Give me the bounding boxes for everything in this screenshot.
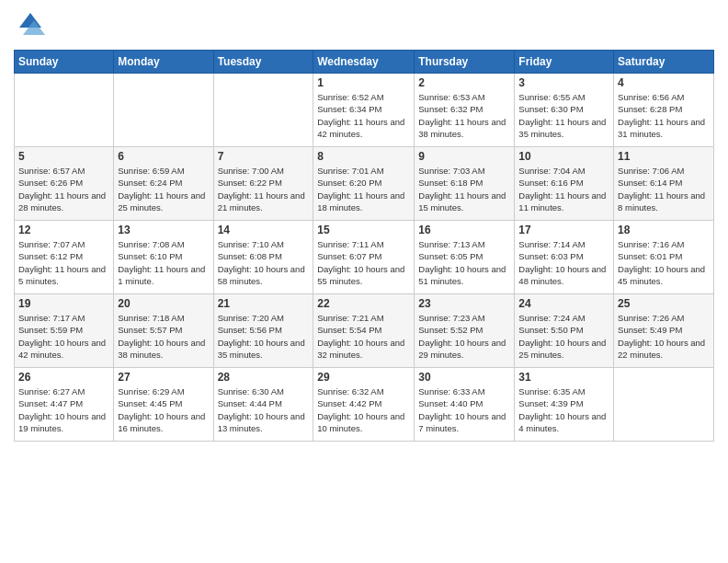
day-number: 8 [317, 150, 410, 163]
day-info: Sunrise: 6:52 AM Sunset: 6:34 PM Dayligh… [317, 91, 410, 140]
day-number: 28 [218, 371, 310, 384]
day-number: 22 [317, 297, 410, 310]
calendar-cell: 16Sunrise: 7:13 AM Sunset: 6:05 PM Dayli… [415, 221, 515, 294]
calendar-cell: 14Sunrise: 7:10 AM Sunset: 6:08 PM Dayli… [213, 221, 313, 294]
day-info: Sunrise: 6:27 AM Sunset: 4:47 PM Dayligh… [18, 385, 109, 434]
day-number: 7 [218, 150, 310, 163]
day-number: 4 [618, 76, 710, 89]
calendar-cell: 7Sunrise: 7:00 AM Sunset: 6:22 PM Daylig… [213, 147, 313, 221]
day-number: 24 [518, 297, 609, 310]
day-number: 6 [118, 150, 209, 163]
calendar-cell: 15Sunrise: 7:11 AM Sunset: 6:07 PM Dayli… [313, 221, 415, 294]
day-number: 21 [218, 297, 310, 310]
calendar-cell: 21Sunrise: 7:20 AM Sunset: 5:56 PM Dayli… [213, 294, 313, 368]
col-friday: Friday [515, 51, 614, 74]
day-info: Sunrise: 7:18 AM Sunset: 5:57 PM Dayligh… [118, 312, 209, 361]
day-info: Sunrise: 6:29 AM Sunset: 4:45 PM Dayligh… [118, 385, 209, 434]
day-info: Sunrise: 6:35 AM Sunset: 4:39 PM Dayligh… [518, 385, 609, 434]
calendar-cell: 19Sunrise: 7:17 AM Sunset: 5:59 PM Dayli… [15, 294, 114, 368]
day-info: Sunrise: 7:08 AM Sunset: 6:10 PM Dayligh… [118, 238, 209, 287]
day-number: 5 [18, 150, 109, 163]
col-monday: Monday [114, 51, 213, 74]
col-saturday: Saturday [614, 51, 714, 74]
calendar-cell: 5Sunrise: 6:57 AM Sunset: 6:26 PM Daylig… [15, 147, 114, 221]
calendar-cell: 20Sunrise: 7:18 AM Sunset: 5:57 PM Dayli… [114, 294, 213, 368]
calendar-cell: 6Sunrise: 6:59 AM Sunset: 6:24 PM Daylig… [114, 147, 213, 221]
day-info: Sunrise: 6:55 AM Sunset: 6:30 PM Dayligh… [518, 91, 609, 140]
day-info: Sunrise: 7:11 AM Sunset: 6:07 PM Dayligh… [317, 238, 410, 287]
calendar-cell: 30Sunrise: 6:33 AM Sunset: 4:40 PM Dayli… [415, 368, 515, 442]
day-info: Sunrise: 7:14 AM Sunset: 6:03 PM Dayligh… [518, 238, 609, 287]
calendar-cell: 8Sunrise: 7:01 AM Sunset: 6:20 PM Daylig… [313, 147, 415, 221]
col-sunday: Sunday [15, 51, 114, 74]
day-info: Sunrise: 7:00 AM Sunset: 6:22 PM Dayligh… [218, 165, 310, 213]
day-number: 20 [118, 297, 209, 310]
day-number: 26 [18, 371, 109, 384]
day-number: 1 [317, 76, 410, 89]
day-number: 16 [418, 224, 510, 236]
day-info: Sunrise: 6:32 AM Sunset: 4:42 PM Dayligh… [317, 385, 410, 434]
day-info: Sunrise: 7:10 AM Sunset: 6:08 PM Dayligh… [218, 238, 310, 287]
calendar-table: Sunday Monday Tuesday Wednesday Thursday… [14, 50, 714, 442]
day-info: Sunrise: 7:06 AM Sunset: 6:14 PM Dayligh… [618, 165, 710, 213]
day-info: Sunrise: 6:53 AM Sunset: 6:32 PM Dayligh… [418, 91, 510, 140]
day-info: Sunrise: 6:59 AM Sunset: 6:24 PM Dayligh… [118, 165, 209, 213]
day-info: Sunrise: 7:13 AM Sunset: 6:05 PM Dayligh… [418, 238, 510, 287]
day-number: 23 [418, 297, 510, 310]
day-info: Sunrise: 7:20 AM Sunset: 5:56 PM Dayligh… [218, 312, 310, 361]
calendar-cell [15, 74, 114, 147]
day-info: Sunrise: 6:30 AM Sunset: 4:44 PM Dayligh… [218, 385, 310, 434]
calendar-cell: 17Sunrise: 7:14 AM Sunset: 6:03 PM Dayli… [515, 221, 614, 294]
calendar-cell: 27Sunrise: 6:29 AM Sunset: 4:45 PM Dayli… [114, 368, 213, 442]
day-number: 27 [118, 371, 209, 384]
calendar-cell [213, 74, 313, 147]
day-info: Sunrise: 6:33 AM Sunset: 4:40 PM Dayligh… [418, 385, 510, 434]
calendar-cell: 3Sunrise: 6:55 AM Sunset: 6:30 PM Daylig… [515, 74, 614, 147]
day-number: 14 [218, 224, 310, 236]
day-number: 31 [518, 371, 609, 384]
day-info: Sunrise: 7:16 AM Sunset: 6:01 PM Dayligh… [618, 238, 710, 287]
col-wednesday: Wednesday [313, 51, 415, 74]
day-info: Sunrise: 7:26 AM Sunset: 5:49 PM Dayligh… [618, 312, 710, 361]
header-row: Sunday Monday Tuesday Wednesday Thursday… [15, 51, 714, 74]
header [14, 9, 714, 42]
calendar-cell: 29Sunrise: 6:32 AM Sunset: 4:42 PM Dayli… [313, 368, 415, 442]
calendar-cell: 18Sunrise: 7:16 AM Sunset: 6:01 PM Dayli… [614, 221, 714, 294]
week-row: 5Sunrise: 6:57 AM Sunset: 6:26 PM Daylig… [15, 147, 714, 221]
calendar-cell: 2Sunrise: 6:53 AM Sunset: 6:32 PM Daylig… [415, 74, 515, 147]
day-info: Sunrise: 7:04 AM Sunset: 6:16 PM Dayligh… [518, 165, 609, 213]
calendar-cell: 13Sunrise: 7:08 AM Sunset: 6:10 PM Dayli… [114, 221, 213, 294]
day-number: 12 [18, 224, 109, 236]
day-info: Sunrise: 6:56 AM Sunset: 6:28 PM Dayligh… [618, 91, 710, 140]
day-number: 25 [618, 297, 710, 310]
calendar-cell: 12Sunrise: 7:07 AM Sunset: 6:12 PM Dayli… [15, 221, 114, 294]
col-tuesday: Tuesday [213, 51, 313, 74]
calendar-cell [614, 368, 714, 442]
day-number: 13 [118, 224, 209, 236]
day-number: 30 [418, 371, 510, 384]
calendar-cell: 1Sunrise: 6:52 AM Sunset: 6:34 PM Daylig… [313, 74, 415, 147]
week-row: 12Sunrise: 7:07 AM Sunset: 6:12 PM Dayli… [15, 221, 714, 294]
day-info: Sunrise: 7:03 AM Sunset: 6:18 PM Dayligh… [418, 165, 510, 213]
day-info: Sunrise: 7:07 AM Sunset: 6:12 PM Dayligh… [18, 238, 109, 287]
day-info: Sunrise: 7:24 AM Sunset: 5:50 PM Dayligh… [518, 312, 609, 361]
day-number: 17 [518, 224, 609, 236]
calendar-cell: 26Sunrise: 6:27 AM Sunset: 4:47 PM Dayli… [15, 368, 114, 442]
day-info: Sunrise: 7:23 AM Sunset: 5:52 PM Dayligh… [418, 312, 510, 361]
day-number: 18 [618, 224, 710, 236]
week-row: 19Sunrise: 7:17 AM Sunset: 5:59 PM Dayli… [15, 294, 714, 368]
day-info: Sunrise: 7:21 AM Sunset: 5:54 PM Dayligh… [317, 312, 410, 361]
day-number: 9 [418, 150, 510, 163]
day-number: 29 [317, 371, 410, 384]
day-info: Sunrise: 7:17 AM Sunset: 5:59 PM Dayligh… [18, 312, 109, 361]
calendar-cell: 28Sunrise: 6:30 AM Sunset: 4:44 PM Dayli… [213, 368, 313, 442]
calendar-cell: 25Sunrise: 7:26 AM Sunset: 5:49 PM Dayli… [614, 294, 714, 368]
day-number: 15 [317, 224, 410, 236]
day-info: Sunrise: 7:01 AM Sunset: 6:20 PM Dayligh… [317, 165, 410, 213]
day-number: 3 [518, 76, 609, 89]
day-info: Sunrise: 6:57 AM Sunset: 6:26 PM Dayligh… [18, 165, 109, 213]
calendar-cell: 11Sunrise: 7:06 AM Sunset: 6:14 PM Dayli… [614, 147, 714, 221]
logo [14, 9, 51, 42]
calendar-cell: 23Sunrise: 7:23 AM Sunset: 5:52 PM Dayli… [415, 294, 515, 368]
week-row: 26Sunrise: 6:27 AM Sunset: 4:47 PM Dayli… [15, 368, 714, 442]
